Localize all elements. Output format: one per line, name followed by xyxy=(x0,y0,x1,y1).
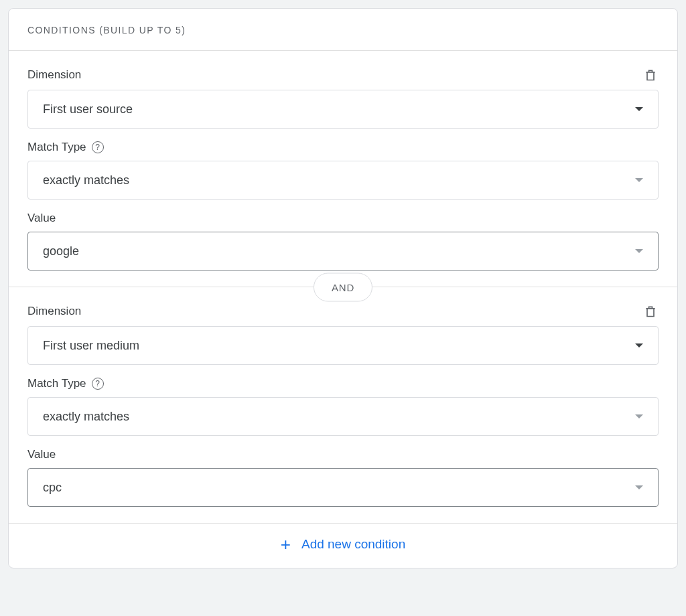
delete-condition-button[interactable] xyxy=(642,303,659,319)
chevron-down-icon xyxy=(635,178,643,182)
chevron-down-icon xyxy=(635,485,643,489)
trash-icon xyxy=(644,304,657,319)
condition-joiner: AND xyxy=(9,287,677,287)
match-type-select[interactable]: exactly matches xyxy=(27,397,659,436)
dimension-label: Dimension xyxy=(27,68,81,82)
chevron-down-icon xyxy=(635,414,643,418)
plus-icon: + xyxy=(281,536,291,553)
dimension-value: First user source xyxy=(43,102,133,117)
condition-block: Dimension First user medium Match Type ?… xyxy=(9,287,677,523)
conditions-card: CONDITIONS (BUILD UP TO 5) Dimension Fir… xyxy=(8,8,678,568)
help-icon[interactable]: ? xyxy=(92,378,104,390)
match-type-value: exactly matches xyxy=(43,410,129,424)
match-type-label-text: Match Type xyxy=(27,141,86,154)
dimension-label: Dimension xyxy=(27,305,81,318)
match-type-select[interactable]: exactly matches xyxy=(27,161,659,200)
value-label: Value xyxy=(27,212,659,225)
card-header: CONDITIONS (BUILD UP TO 5) xyxy=(9,9,677,51)
value-text: google xyxy=(43,244,79,258)
match-type-label: Match Type ? xyxy=(27,377,659,390)
add-condition-button[interactable]: + Add new condition xyxy=(281,536,405,553)
match-type-value: exactly matches xyxy=(43,173,129,187)
match-type-label-text: Match Type xyxy=(27,377,86,390)
value-select[interactable]: google xyxy=(27,232,659,271)
card-footer: + Add new condition xyxy=(9,523,677,568)
dimension-select[interactable]: First user medium xyxy=(27,326,659,365)
help-icon[interactable]: ? xyxy=(92,141,104,153)
match-type-label: Match Type ? xyxy=(27,141,659,154)
chevron-down-icon xyxy=(635,343,643,348)
dimension-select[interactable]: First user source xyxy=(27,90,659,129)
card-title: CONDITIONS (BUILD UP TO 5) xyxy=(27,25,659,35)
value-label: Value xyxy=(27,448,659,461)
value-text: cpc xyxy=(43,481,62,495)
add-condition-label: Add new condition xyxy=(301,537,405,552)
trash-icon xyxy=(644,68,657,82)
chevron-down-icon xyxy=(635,107,643,111)
value-select[interactable]: cpc xyxy=(27,468,659,507)
delete-condition-button[interactable] xyxy=(642,67,659,83)
and-pill: AND xyxy=(314,273,372,302)
dimension-value: First user medium xyxy=(43,339,139,353)
chevron-down-icon xyxy=(635,249,643,253)
condition-block: Dimension First user source Match Type ?… xyxy=(9,51,677,287)
